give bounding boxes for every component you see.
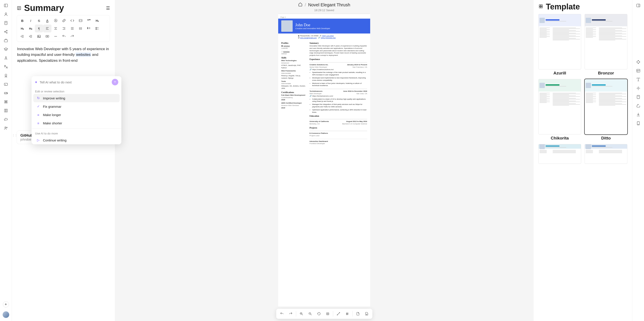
svg-rect-0 bbox=[4, 4, 8, 7]
undo-button[interactable] bbox=[60, 32, 68, 40]
redo-button[interactable] bbox=[68, 32, 76, 40]
translate-icon[interactable] bbox=[4, 64, 8, 69]
panel-right-icon[interactable] bbox=[636, 3, 641, 8]
svg-line-9 bbox=[5, 31, 6, 32]
svg-line-70 bbox=[310, 314, 312, 315]
zoom-out-button[interactable] bbox=[306, 310, 314, 318]
task-list-button[interactable] bbox=[93, 24, 102, 32]
line-tool-button[interactable] bbox=[334, 310, 342, 318]
download-icon[interactable] bbox=[636, 112, 641, 117]
light-icon[interactable] bbox=[636, 86, 641, 91]
pv-redo-button[interactable] bbox=[287, 310, 294, 318]
svg-point-22 bbox=[6, 127, 7, 128]
template-card-extra-1[interactable] bbox=[585, 144, 627, 164]
panel-left-icon[interactable] bbox=[4, 3, 8, 8]
clear-format-button[interactable]: Ⓐ bbox=[52, 17, 60, 24]
hash-button[interactable] bbox=[343, 310, 351, 318]
avatar[interactable] bbox=[3, 311, 9, 318]
align-justify-button[interactable] bbox=[68, 24, 76, 32]
expand-icon: ≡ bbox=[36, 113, 40, 117]
code-button[interactable] bbox=[68, 17, 76, 24]
zoom-in-button[interactable] bbox=[298, 310, 305, 318]
export-json-button[interactable] bbox=[354, 310, 362, 318]
ai-continue-writing[interactable]: ▷Continue writing bbox=[33, 136, 120, 144]
hr-button[interactable] bbox=[52, 32, 60, 40]
gamepad-icon[interactable] bbox=[4, 91, 8, 96]
save-status: 18:29:12 Saved bbox=[298, 8, 350, 12]
format-toolbar: B I S A Ⓐ ❝❞ H₁ H₂ H₃ ¶ 12 bbox=[17, 15, 110, 42]
summary-menu-icon[interactable]: ☰ bbox=[106, 6, 110, 11]
bold-button[interactable]: B bbox=[18, 17, 26, 24]
share-icon[interactable] bbox=[4, 29, 8, 34]
right-rail bbox=[632, 0, 644, 321]
compass-icon[interactable] bbox=[4, 56, 8, 60]
svg-point-21 bbox=[5, 127, 6, 128]
briefcase-icon[interactable] bbox=[4, 38, 8, 43]
h2-button[interactable]: H₂ bbox=[18, 24, 26, 32]
h3-button[interactable]: H₃ bbox=[26, 24, 35, 32]
template-card-azurill[interactable]: Azurill bbox=[538, 14, 581, 76]
svg-rect-83 bbox=[541, 5, 542, 6]
check-icon: ✓ bbox=[36, 104, 40, 108]
number-list-button[interactable]: 12 bbox=[85, 24, 93, 32]
align-left-button[interactable] bbox=[43, 24, 52, 32]
paragraph-button[interactable]: ¶ bbox=[35, 24, 43, 32]
video-button[interactable] bbox=[43, 32, 52, 40]
ai-prompt-input[interactable] bbox=[40, 80, 110, 84]
page-setup-icon[interactable] bbox=[636, 121, 641, 126]
note-icon[interactable] bbox=[4, 20, 8, 26]
codeblock-button[interactable] bbox=[76, 17, 85, 24]
template-card-bronzor[interactable]: Bronzor bbox=[585, 14, 627, 76]
template-card-extra-0[interactable] bbox=[538, 144, 581, 164]
align-center-button[interactable] bbox=[52, 24, 60, 32]
add-button[interactable]: + bbox=[3, 301, 9, 308]
template-card-ditto[interactable]: Ditto bbox=[585, 79, 627, 140]
share-right-icon[interactable] bbox=[636, 103, 641, 108]
strikethrough-button[interactable]: S bbox=[35, 17, 43, 24]
bullet-list-button[interactable] bbox=[76, 24, 85, 32]
home-icon[interactable] bbox=[298, 2, 302, 8]
ai-fix-grammar[interactable]: ✓Fix grammar bbox=[33, 102, 120, 110]
users-icon[interactable] bbox=[4, 126, 8, 130]
preview-panel: / Novel Elegant Thrush 18:29:12 Saved Pa… bbox=[115, 0, 534, 321]
layout-icon[interactable] bbox=[636, 68, 641, 73]
editor-highlight: websites bbox=[76, 52, 91, 57]
ai-make-shorter[interactable]: ≡Make shorter bbox=[33, 119, 120, 127]
ai-send-button[interactable] bbox=[112, 79, 118, 86]
fit-button[interactable] bbox=[324, 310, 332, 318]
template-panel: Template Azurill bbox=[534, 0, 632, 321]
move-icon[interactable] bbox=[636, 60, 641, 64]
ai-improve-writing[interactable]: ↻Improve writing bbox=[33, 94, 120, 102]
image-button[interactable] bbox=[35, 32, 43, 40]
book-icon[interactable] bbox=[4, 108, 8, 113]
ai-make-longer[interactable]: ≡Make longer bbox=[33, 110, 120, 119]
h1-button[interactable]: H₁ bbox=[93, 17, 102, 24]
graduation-icon[interactable] bbox=[4, 47, 8, 52]
drag-handle-icon[interactable]: ⋮⋮ bbox=[12, 134, 17, 137]
card-icon[interactable] bbox=[4, 82, 8, 87]
underline-button[interactable]: A bbox=[43, 17, 52, 24]
notes-icon[interactable] bbox=[636, 94, 641, 100]
svg-point-92 bbox=[638, 88, 639, 89]
link-button[interactable] bbox=[60, 17, 68, 24]
export-pdf-button[interactable] bbox=[363, 310, 371, 318]
outdent-button[interactable] bbox=[18, 32, 26, 40]
svg-rect-72 bbox=[326, 313, 329, 315]
svg-rect-14 bbox=[4, 83, 8, 86]
type-icon[interactable] bbox=[636, 77, 641, 82]
doc-title[interactable]: Novel Elegant Thrush bbox=[308, 2, 350, 8]
user-icon[interactable] bbox=[4, 12, 8, 17]
resume-name: John Doe bbox=[295, 23, 330, 27]
summary-editor[interactable]: Innovative Web Developer with 5 years of… bbox=[17, 45, 110, 65]
cloud-icon[interactable] bbox=[4, 117, 8, 122]
indent-button[interactable] bbox=[26, 32, 35, 40]
align-right-button[interactable] bbox=[60, 24, 68, 32]
quote-button[interactable]: ❝❞ bbox=[85, 17, 93, 24]
award-icon[interactable] bbox=[4, 73, 8, 78]
puzzle-icon[interactable] bbox=[4, 100, 8, 104]
rotate-button[interactable] bbox=[315, 310, 323, 318]
template-card-chikorita[interactable]: Chikorita bbox=[538, 79, 581, 140]
pv-undo-button[interactable] bbox=[278, 310, 286, 318]
svg-marker-63 bbox=[47, 36, 48, 37]
italic-button[interactable]: I bbox=[26, 17, 35, 24]
